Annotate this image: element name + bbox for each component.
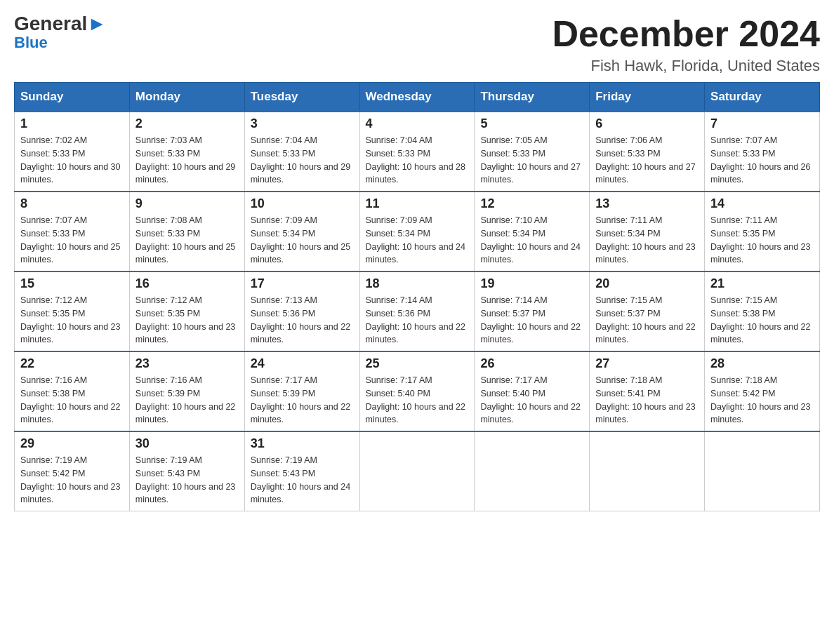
day-number: 5 [480,116,583,131]
day-number: 12 [480,196,583,211]
calendar-cell: 22 Sunrise: 7:16 AM Sunset: 5:38 PM Dayl… [15,351,130,431]
day-info: Sunrise: 7:19 AM Sunset: 5:43 PM Dayligh… [251,454,354,507]
calendar-cell: 1 Sunrise: 7:02 AM Sunset: 5:33 PM Dayli… [15,112,130,192]
week-row-5: 29 Sunrise: 7:19 AM Sunset: 5:42 PM Dayl… [15,431,820,511]
calendar-cell: 8 Sunrise: 7:07 AM Sunset: 5:33 PM Dayli… [15,192,130,271]
day-number: 4 [366,116,469,131]
col-wednesday: Wednesday [359,83,475,112]
week-row-4: 22 Sunrise: 7:16 AM Sunset: 5:38 PM Dayl… [15,351,820,431]
day-info: Sunrise: 7:10 AM Sunset: 5:34 PM Dayligh… [480,214,583,267]
calendar-cell [475,431,590,511]
title-area: December 2024 Fish Hawk, Florida, United… [552,14,820,75]
calendar-cell: 18 Sunrise: 7:14 AM Sunset: 5:36 PM Dayl… [359,271,475,351]
day-info: Sunrise: 7:18 AM Sunset: 5:41 PM Dayligh… [595,374,699,427]
day-info: Sunrise: 7:02 AM Sunset: 5:33 PM Dayligh… [20,134,124,187]
day-info: Sunrise: 7:13 AM Sunset: 5:36 PM Dayligh… [251,294,354,347]
calendar-cell: 5 Sunrise: 7:05 AM Sunset: 5:33 PM Dayli… [475,112,590,192]
calendar-cell: 29 Sunrise: 7:19 AM Sunset: 5:42 PM Dayl… [15,431,130,511]
day-info: Sunrise: 7:07 AM Sunset: 5:33 PM Dayligh… [20,214,124,267]
calendar-cell: 11 Sunrise: 7:09 AM Sunset: 5:34 PM Dayl… [359,192,475,271]
day-number: 29 [20,436,124,451]
day-info: Sunrise: 7:08 AM Sunset: 5:33 PM Dayligh… [135,214,239,267]
calendar-table: Sunday Monday Tuesday Wednesday Thursday… [14,82,820,511]
col-thursday: Thursday [475,83,590,112]
calendar-cell: 21 Sunrise: 7:15 AM Sunset: 5:38 PM Dayl… [705,271,820,351]
day-number: 11 [366,196,469,211]
day-number: 23 [135,356,239,371]
day-info: Sunrise: 7:15 AM Sunset: 5:37 PM Dayligh… [595,294,699,347]
day-number: 27 [595,356,699,371]
day-info: Sunrise: 7:14 AM Sunset: 5:36 PM Dayligh… [366,294,469,347]
calendar-cell: 16 Sunrise: 7:12 AM Sunset: 5:35 PM Dayl… [129,271,244,351]
day-number: 10 [251,196,354,211]
day-number: 16 [135,276,239,291]
calendar-cell: 9 Sunrise: 7:08 AM Sunset: 5:33 PM Dayli… [129,192,244,271]
main-title: December 2024 [552,14,820,54]
day-info: Sunrise: 7:17 AM Sunset: 5:40 PM Dayligh… [366,374,469,427]
day-number: 18 [366,276,469,291]
day-info: Sunrise: 7:16 AM Sunset: 5:38 PM Dayligh… [20,374,124,427]
day-number: 24 [251,356,354,371]
calendar-cell: 14 Sunrise: 7:11 AM Sunset: 5:35 PM Dayl… [705,192,820,271]
day-number: 21 [710,276,814,291]
calendar-cell: 27 Sunrise: 7:18 AM Sunset: 5:41 PM Dayl… [590,351,705,431]
calendar-cell: 2 Sunrise: 7:03 AM Sunset: 5:33 PM Dayli… [129,112,244,192]
day-number: 25 [366,356,469,371]
calendar-cell: 25 Sunrise: 7:17 AM Sunset: 5:40 PM Dayl… [359,351,475,431]
col-saturday: Saturday [705,83,820,112]
day-number: 20 [595,276,699,291]
calendar-cell: 13 Sunrise: 7:11 AM Sunset: 5:34 PM Dayl… [590,192,705,271]
day-number: 7 [710,116,814,131]
calendar-cell [590,431,705,511]
day-info: Sunrise: 7:16 AM Sunset: 5:39 PM Dayligh… [135,374,239,427]
day-number: 17 [251,276,354,291]
day-number: 9 [135,196,239,211]
calendar-cell: 30 Sunrise: 7:19 AM Sunset: 5:43 PM Dayl… [129,431,244,511]
day-info: Sunrise: 7:04 AM Sunset: 5:33 PM Dayligh… [251,134,354,187]
calendar-cell: 6 Sunrise: 7:06 AM Sunset: 5:33 PM Dayli… [590,112,705,192]
day-info: Sunrise: 7:17 AM Sunset: 5:40 PM Dayligh… [480,374,583,427]
day-info: Sunrise: 7:07 AM Sunset: 5:33 PM Dayligh… [710,134,814,187]
day-info: Sunrise: 7:19 AM Sunset: 5:43 PM Dayligh… [135,454,239,507]
calendar-cell: 7 Sunrise: 7:07 AM Sunset: 5:33 PM Dayli… [705,112,820,192]
day-number: 3 [251,116,354,131]
logo-line1: General► [14,14,107,34]
day-number: 28 [710,356,814,371]
col-tuesday: Tuesday [244,83,359,112]
day-info: Sunrise: 7:11 AM Sunset: 5:35 PM Dayligh… [710,214,814,267]
week-row-2: 8 Sunrise: 7:07 AM Sunset: 5:33 PM Dayli… [15,192,820,271]
calendar-cell: 10 Sunrise: 7:09 AM Sunset: 5:34 PM Dayl… [244,192,359,271]
calendar-cell [359,431,475,511]
page-header: General► Blue December 2024 Fish Hawk, F… [14,14,820,75]
day-number: 14 [710,196,814,211]
day-info: Sunrise: 7:17 AM Sunset: 5:39 PM Dayligh… [251,374,354,427]
day-info: Sunrise: 7:19 AM Sunset: 5:42 PM Dayligh… [20,454,124,507]
day-number: 31 [251,436,354,451]
col-sunday: Sunday [15,83,130,112]
day-info: Sunrise: 7:11 AM Sunset: 5:34 PM Dayligh… [595,214,699,267]
calendar-cell: 31 Sunrise: 7:19 AM Sunset: 5:43 PM Dayl… [244,431,359,511]
day-number: 13 [595,196,699,211]
calendar-cell: 3 Sunrise: 7:04 AM Sunset: 5:33 PM Dayli… [244,112,359,192]
calendar-cell: 12 Sunrise: 7:10 AM Sunset: 5:34 PM Dayl… [475,192,590,271]
calendar-cell: 24 Sunrise: 7:17 AM Sunset: 5:39 PM Dayl… [244,351,359,431]
day-number: 30 [135,436,239,451]
calendar-cell: 20 Sunrise: 7:15 AM Sunset: 5:37 PM Dayl… [590,271,705,351]
logo-line2: Blue [14,34,48,52]
day-info: Sunrise: 7:05 AM Sunset: 5:33 PM Dayligh… [480,134,583,187]
calendar-cell: 28 Sunrise: 7:18 AM Sunset: 5:42 PM Dayl… [705,351,820,431]
day-number: 15 [20,276,124,291]
calendar-cell: 23 Sunrise: 7:16 AM Sunset: 5:39 PM Dayl… [129,351,244,431]
day-info: Sunrise: 7:03 AM Sunset: 5:33 PM Dayligh… [135,134,239,187]
day-number: 26 [480,356,583,371]
day-number: 2 [135,116,239,131]
col-monday: Monday [129,83,244,112]
day-info: Sunrise: 7:04 AM Sunset: 5:33 PM Dayligh… [366,134,469,187]
day-info: Sunrise: 7:09 AM Sunset: 5:34 PM Dayligh… [251,214,354,267]
logo: General► Blue [14,14,107,52]
calendar-cell: 26 Sunrise: 7:17 AM Sunset: 5:40 PM Dayl… [475,351,590,431]
calendar-cell: 4 Sunrise: 7:04 AM Sunset: 5:33 PM Dayli… [359,112,475,192]
day-info: Sunrise: 7:12 AM Sunset: 5:35 PM Dayligh… [20,294,124,347]
day-number: 22 [20,356,124,371]
subtitle: Fish Hawk, Florida, United States [552,57,820,75]
